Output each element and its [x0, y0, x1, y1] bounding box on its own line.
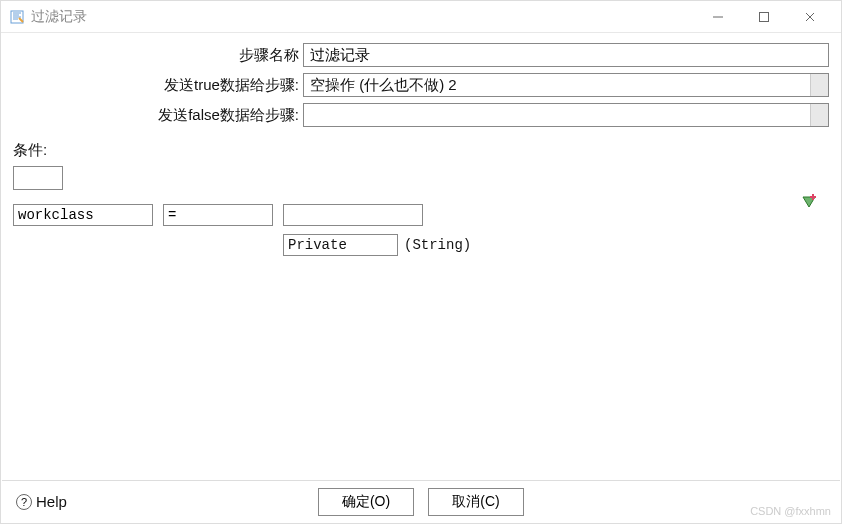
condition-suggested-value[interactable]: Private	[283, 234, 398, 256]
help-icon: ?	[16, 494, 32, 510]
condition-section-label: 条件:	[13, 141, 829, 160]
send-false-label: 发送false数据给步骤	[13, 106, 303, 125]
send-false-value	[304, 104, 810, 126]
condition-logic-box[interactable]	[13, 166, 63, 190]
help-label: Help	[36, 493, 67, 510]
condition-type-hint: (String)	[398, 235, 477, 255]
title-bar: 过滤记录	[1, 1, 841, 33]
step-name-label: 步骤名称	[13, 46, 303, 65]
svg-rect-4	[810, 196, 816, 198]
cancel-button[interactable]: 取消(C)	[428, 488, 524, 516]
send-true-dropdown[interactable]: 空操作 (什么也不做) 2	[303, 73, 829, 97]
send-true-value: 空操作 (什么也不做) 2	[304, 74, 810, 96]
minimize-button[interactable]	[695, 2, 741, 32]
ok-button[interactable]: 确定(O)	[318, 488, 414, 516]
step-name-input[interactable]	[303, 43, 829, 67]
dialog-content: 步骤名称 发送true数据给步骤 空操作 (什么也不做) 2 发送false数据…	[1, 33, 841, 256]
chevron-down-icon[interactable]	[810, 104, 828, 126]
watermark: CSDN @fxxhmn	[750, 505, 831, 517]
help-button[interactable]: ? Help	[10, 489, 73, 514]
bottom-bar: ? Help 确定(O) 取消(C)	[2, 480, 840, 522]
condition-field-input[interactable]	[13, 204, 153, 226]
send-true-label: 发送true数据给步骤	[13, 76, 303, 95]
chevron-down-icon[interactable]	[810, 74, 828, 96]
condition-operator-input[interactable]	[163, 204, 273, 226]
maximize-button[interactable]	[741, 2, 787, 32]
add-condition-icon[interactable]	[801, 193, 817, 209]
close-button[interactable]	[787, 2, 833, 32]
condition-value-input[interactable]	[283, 204, 423, 226]
send-false-dropdown[interactable]	[303, 103, 829, 127]
window-title: 过滤记录	[31, 8, 87, 26]
app-icon	[9, 9, 25, 25]
svg-rect-1	[760, 12, 769, 21]
